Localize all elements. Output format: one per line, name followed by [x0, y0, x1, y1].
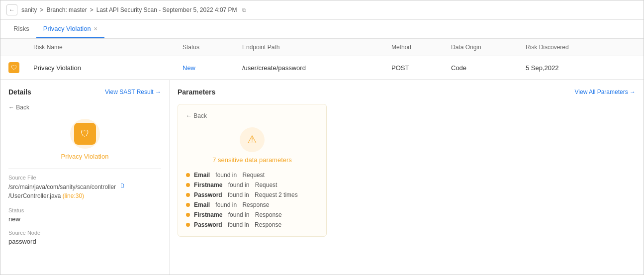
- row-method: POST: [391, 64, 451, 72]
- source-file-path: /src/main/java/com/sanity/scan/controlle…: [8, 183, 116, 200]
- tab-risks[interactable]: Risks: [6, 20, 36, 38]
- tab-privacy-violation[interactable]: Privacy Violation ×: [36, 20, 104, 38]
- col-endpoint: Endpoint Path: [242, 44, 391, 51]
- source-file-line: (line:30): [63, 192, 84, 199]
- params-back[interactable]: ← Back: [186, 112, 318, 119]
- breadcrumb-sep1: >: [40, 6, 43, 13]
- parameters-title: Parameters: [178, 88, 215, 96]
- view-all-params-link[interactable]: View All Parameters →: [575, 89, 636, 95]
- risk-table: Risk Name Status Endpoint Path Method Da…: [0, 39, 644, 80]
- main-window: ← sanity > Branch: master > Last API Sec…: [0, 0, 644, 275]
- list-item: Password found in Response: [186, 221, 318, 228]
- list-item: Email found in Request: [186, 172, 318, 179]
- col-risk-discovered: Risk Discovered: [526, 44, 600, 51]
- param-dot: [186, 223, 190, 227]
- col-icon: [8, 44, 33, 51]
- status-field: Status new: [8, 207, 161, 223]
- param-dot: [186, 213, 190, 217]
- table-header: Risk Name Status Endpoint Path Method Da…: [0, 39, 644, 56]
- row-icon: 🛡: [8, 62, 33, 73]
- back-button[interactable]: ←: [6, 4, 17, 15]
- list-item: Firstname found in Request: [186, 182, 318, 188]
- params-list: Email found in Request Firstname found i…: [186, 172, 318, 228]
- source-file-value: /src/main/java/com/sanity/scan/controlle…: [8, 183, 161, 200]
- tab-risks-label: Risks: [13, 25, 29, 32]
- top-bar: ← sanity > Branch: master > Last API Sec…: [0, 0, 644, 20]
- row-risk-discovered: 5 Sep,2022: [526, 64, 600, 72]
- details-back[interactable]: ← Back: [8, 104, 161, 111]
- col-risk-name: Risk Name: [33, 44, 183, 51]
- source-node-value: password: [8, 238, 161, 245]
- tab-privacy-violation-label: Privacy Violation: [43, 25, 91, 32]
- divider: [8, 168, 161, 169]
- shield-icon: 🛡: [8, 62, 19, 73]
- tabs-bar: Risks Privacy Violation ×: [0, 20, 644, 39]
- col-status: Status: [183, 44, 242, 51]
- params-count: 7 sensitive data parameters: [186, 156, 318, 164]
- tab-close-button[interactable]: ×: [94, 25, 97, 32]
- row-endpoint: /user/create/password: [242, 64, 391, 72]
- copy-button[interactable]: ⧉: [242, 7, 246, 13]
- row-data-origin: Code: [451, 64, 526, 72]
- col-data-origin: Data Origin: [451, 44, 526, 51]
- alert-triangle-icon: ⚠: [247, 133, 257, 146]
- breadcrumb-project: sanity: [21, 6, 37, 13]
- row-status: New: [183, 64, 242, 72]
- status-label: Status: [8, 207, 161, 213]
- param-dot: [186, 173, 190, 177]
- param-dot: [186, 193, 190, 197]
- details-panel: Details View SAST Result → ← Back 🛡 Priv…: [0, 80, 170, 275]
- details-header: Details View SAST Result →: [8, 88, 161, 96]
- source-file-field: Source File /src/main/java/com/sanity/sc…: [8, 175, 161, 200]
- table-row[interactable]: 🛡 Privacy Violation New /user/create/pas…: [0, 56, 644, 80]
- list-item: Email found in Response: [186, 201, 318, 208]
- breadcrumb-scan: Last API Security Scan - September 5, 20…: [96, 6, 237, 13]
- param-dot: [186, 203, 190, 207]
- file-icon: 🗋: [120, 183, 125, 188]
- breadcrumb: sanity > Branch: master > Last API Secur…: [21, 6, 246, 13]
- row-risk-name: Privacy Violation: [33, 64, 183, 72]
- source-node-label: Source Node: [8, 230, 161, 236]
- parameters-panel: Parameters View All Parameters → ← Back …: [170, 80, 644, 275]
- view-sast-link[interactable]: View SAST Result →: [105, 89, 161, 95]
- source-node-field: Source Node password: [8, 230, 161, 245]
- list-item: Password found in Request 2 times: [186, 191, 318, 198]
- status-value: new: [8, 215, 161, 223]
- violation-icon-circle: 🛡: [70, 119, 100, 149]
- violation-label: Privacy Violation: [61, 153, 109, 160]
- parameters-card: ← Back ⚠ 7 sensitive data parameters Ema…: [178, 104, 327, 237]
- list-item: Firstname found in Response: [186, 211, 318, 218]
- details-title: Details: [8, 88, 31, 96]
- back-arrow: ←: [9, 6, 15, 13]
- params-alert-icon: ⚠: [240, 127, 265, 152]
- parameters-header: Parameters View All Parameters →: [178, 88, 636, 96]
- violation-icon-area: 🛡 Privacy Violation: [8, 119, 161, 160]
- breadcrumb-sep2: >: [90, 6, 93, 13]
- violation-shield-icon: 🛡: [74, 123, 96, 145]
- col-method: Method: [391, 44, 451, 51]
- param-dot: [186, 183, 190, 187]
- main-content: Details View SAST Result → ← Back 🛡 Priv…: [0, 80, 644, 275]
- source-file-label: Source File: [8, 175, 161, 181]
- breadcrumb-branch: Branch: master: [46, 6, 87, 13]
